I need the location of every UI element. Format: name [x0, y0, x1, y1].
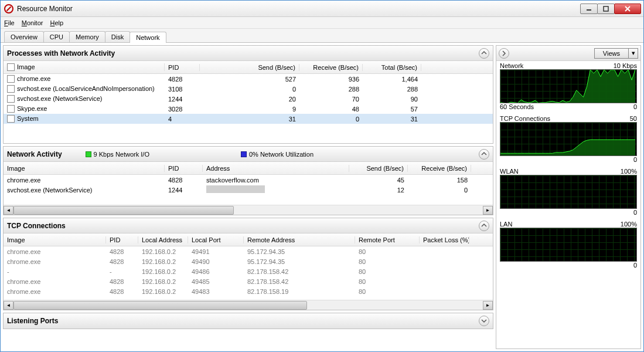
- menubar: File Monitor Help: [1, 17, 643, 29]
- views-button[interactable]: Views ▾: [594, 48, 638, 59]
- chart-canvas: [500, 228, 637, 262]
- tab-cpu[interactable]: CPU: [43, 31, 70, 42]
- tab-memory[interactable]: Memory: [69, 31, 105, 42]
- panel-listening-header[interactable]: Listening Ports: [4, 313, 493, 329]
- panel-activity-header[interactable]: Network Activity 9 Kbps Network I/O 0% N…: [4, 147, 493, 162]
- col-loss[interactable]: Packet Loss (%): [420, 236, 469, 243]
- col-send[interactable]: Send (B/sec): [349, 165, 408, 172]
- table-row[interactable]: chrome.exe 4828 192.168.0.2 49491 95.172…: [4, 246, 493, 256]
- collapse-icon[interactable]: [479, 149, 489, 160]
- scroll-right-icon[interactable]: ►: [483, 301, 493, 310]
- scroll-left-icon[interactable]: ◄: [4, 301, 13, 310]
- row-checkbox[interactable]: [7, 75, 15, 83]
- tcp-scrollbar[interactable]: ◄ ►: [4, 300, 493, 310]
- table-row[interactable]: System 4 31 0 31: [4, 114, 493, 124]
- col-image[interactable]: Image: [4, 63, 165, 72]
- table-row[interactable]: svchost.exe (NetworkService) 1244 12 0: [4, 185, 493, 195]
- views-label[interactable]: Views: [594, 48, 629, 59]
- scroll-thumb[interactable]: [13, 301, 307, 310]
- collapse-icon[interactable]: [479, 48, 489, 59]
- table-row[interactable]: - - 192.168.0.2 49486 82.178.158.42 80: [4, 266, 493, 276]
- col-laddr[interactable]: Local Address: [138, 236, 188, 243]
- views-dropdown-icon[interactable]: ▾: [629, 48, 638, 59]
- col-image[interactable]: Image: [4, 165, 165, 172]
- processes-rows: chrome.exe 4828 527 936 1,464svchost.exe…: [4, 74, 493, 143]
- charts-container: Network10 Kbps 60 Seconds0 TCP Connectio…: [496, 61, 640, 272]
- table-row[interactable]: svchost.exe (LocalServiceAndNoImpersonat…: [4, 84, 493, 94]
- checkbox-all[interactable]: [7, 63, 15, 71]
- panel-tcp-title: TCP Connections: [7, 222, 66, 230]
- resource-monitor-window: Resource Monitor File Monitor Help Overv…: [0, 0, 644, 352]
- chart-bottom-left: 60 Seconds: [500, 103, 534, 110]
- scroll-right-icon[interactable]: ►: [483, 206, 493, 215]
- scroll-thumb[interactable]: [13, 206, 234, 215]
- chart-lan: LAN100% 0: [496, 219, 640, 272]
- table-row[interactable]: chrome.exe 4828 stackoverflow.com 45 158: [4, 175, 493, 185]
- titlebar[interactable]: Resource Monitor: [1, 1, 643, 17]
- legend-blue-icon: [241, 151, 247, 157]
- panel-processes-header[interactable]: Processes with Network Activity: [4, 46, 493, 61]
- col-pid[interactable]: PID: [165, 165, 203, 172]
- chart-bottom-right: 0: [633, 156, 637, 163]
- expand-icon[interactable]: [479, 316, 489, 326]
- close-button[interactable]: [614, 4, 641, 14]
- collapse-icon[interactable]: [479, 221, 489, 231]
- side-panel: Views ▾ Network10 Kbps 60 Seconds0 TCP C…: [496, 45, 641, 349]
- scroll-left-icon[interactable]: ◄: [4, 206, 13, 215]
- panel-tcp: TCP Connections Image PID Local Address …: [3, 218, 493, 310]
- activity-scrollbar[interactable]: ◄ ►: [4, 205, 493, 215]
- col-address[interactable]: Address: [203, 165, 349, 172]
- chart-name: LAN: [500, 221, 512, 228]
- chart-canvas: [500, 69, 637, 103]
- chart-wlan: WLAN100% 0: [496, 167, 640, 219]
- menu-monitor[interactable]: Monitor: [22, 19, 43, 26]
- col-pid[interactable]: PID: [106, 236, 138, 243]
- legend-io: 9 Kbps Network I/O: [86, 151, 149, 158]
- chart-bottom-right: 0: [633, 262, 637, 269]
- menu-file[interactable]: File: [4, 19, 15, 26]
- table-row[interactable]: chrome.exe 4828 192.168.0.2 49490 95.172…: [4, 256, 493, 266]
- table-row[interactable]: chrome.exe 4828 192.168.0.2 49485 82.178…: [4, 276, 493, 286]
- col-recv[interactable]: Receive (B/sec): [299, 64, 363, 71]
- redacted-address: [206, 185, 265, 193]
- table-row[interactable]: Skype.exe 3028 9 48 57: [4, 104, 493, 114]
- col-lport[interactable]: Local Port: [188, 236, 244, 243]
- tcp-rows: chrome.exe 4828 192.168.0.2 49491 95.172…: [4, 246, 493, 300]
- col-image[interactable]: Image: [4, 236, 106, 243]
- row-checkbox[interactable]: [7, 95, 15, 103]
- legend-util: 0% Network Utilization: [241, 151, 314, 158]
- activity-columns: Image PID Address Send (B/sec) Receive (…: [4, 162, 493, 175]
- tab-disk[interactable]: Disk: [105, 31, 130, 42]
- chart-max: 100%: [621, 221, 637, 228]
- panel-listening: Listening Ports: [3, 313, 493, 329]
- col-rport[interactable]: Remote Port: [355, 236, 420, 243]
- col-pid[interactable]: PID: [165, 64, 200, 71]
- panel-tcp-header[interactable]: TCP Connections: [4, 218, 493, 233]
- maximize-button[interactable]: [597, 4, 615, 14]
- tab-overview[interactable]: Overview: [4, 31, 44, 42]
- processes-columns: Image PID Send (B/sec) Receive (B/sec) T…: [4, 61, 493, 74]
- menu-help[interactable]: Help: [50, 19, 63, 26]
- table-row[interactable]: chrome.exe 4828 192.168.0.2 49483 82.178…: [4, 286, 493, 296]
- row-checkbox[interactable]: [7, 85, 15, 93]
- legend-green-icon: [86, 151, 91, 157]
- col-send[interactable]: Send (B/sec): [200, 64, 299, 71]
- row-checkbox[interactable]: [7, 115, 15, 123]
- tab-network[interactable]: Network: [130, 32, 166, 43]
- row-checkbox[interactable]: [7, 105, 15, 113]
- activity-rows: chrome.exe 4828 stackoverflow.com 45 158…: [4, 175, 493, 205]
- col-recv[interactable]: Receive (B/sec): [408, 165, 471, 172]
- col-raddr[interactable]: Remote Address: [244, 236, 355, 243]
- table-row[interactable]: chrome.exe 4828 527 936 1,464: [4, 74, 493, 84]
- chart-name: WLAN: [500, 168, 519, 175]
- svg-rect-1: [604, 6, 608, 11]
- chart-bottom-right: 0: [633, 209, 637, 216]
- col-total[interactable]: Total (B/sec): [363, 64, 421, 71]
- chart-max: 100%: [621, 168, 637, 175]
- panel-activity-title: Network Activity: [7, 150, 62, 158]
- minimize-button[interactable]: [580, 4, 598, 14]
- side-expand-icon[interactable]: [499, 48, 509, 59]
- panel-listening-title: Listening Ports: [7, 317, 58, 325]
- tab-strip: Overview CPU Memory Disk Network: [1, 29, 643, 43]
- table-row[interactable]: svchost.exe (NetworkService) 1244 20 70 …: [4, 94, 493, 104]
